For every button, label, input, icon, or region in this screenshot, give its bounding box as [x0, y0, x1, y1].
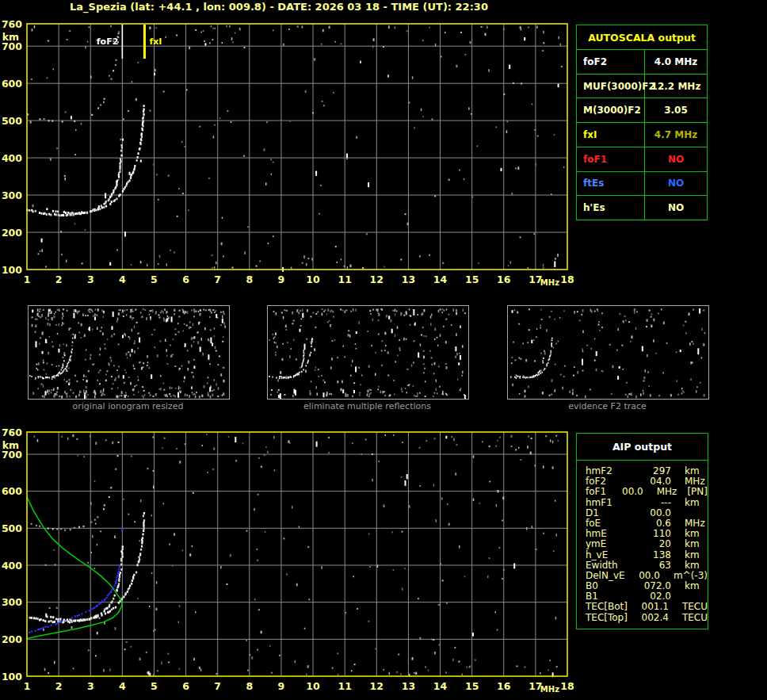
aip-row-hmF1: hmF1---km: [586, 498, 708, 508]
autoscala-row-foF1: foF1NO: [577, 147, 707, 171]
svg-text:760: 760: [2, 18, 22, 30]
svg-text:2: 2: [55, 680, 63, 692]
fxI-marker-label: fxI: [149, 36, 162, 47]
svg-text:7: 7: [214, 273, 221, 285]
aip-row-label: Ewidth: [586, 560, 636, 571]
thumbnail-original-ionogram: [28, 305, 230, 400]
autoscala-row-value: 4.0 MHz: [645, 50, 707, 74]
autoscala-row-fxI: fxI4.7 MHz: [577, 122, 707, 147]
speckle-noise: [32, 308, 227, 399]
svg-text:9: 9: [278, 680, 285, 692]
series-sparse: [31, 442, 120, 531]
aip-row-h_vE: h_vE138km: [586, 550, 708, 560]
aip-row-label: TEC[Top]: [586, 613, 635, 623]
svg-text:5: 5: [151, 680, 158, 692]
aip-table-body: hmF2297kmfoF204.0MHzfoF100.0MHz[PN]hmF1-…: [577, 461, 708, 623]
svg-text:14: 14: [433, 273, 448, 285]
aip-row-value: ---: [636, 498, 671, 508]
aip-row-D1: D100.0: [586, 508, 708, 518]
aip-row-unit: km: [685, 539, 700, 549]
mini-dash: [38, 338, 74, 379]
autoscala-row-value: 12.2 MHz: [645, 75, 707, 98]
x-axis-labels: 123456789101112131415161718MHz: [24, 680, 574, 694]
aip-row-value: 00.0: [620, 487, 643, 497]
autoscala-table-body: foF24.0 MHzMUF(3000)F212.2 MHzM(3000)F23…: [577, 49, 707, 220]
aip-row-unit: TECU: [682, 613, 708, 623]
aip-row-value: 138: [636, 550, 671, 560]
svg-text:2: 2: [55, 273, 63, 285]
svg-text:100: 100: [2, 671, 22, 683]
y-axis-unit: km: [2, 31, 19, 43]
svg-text:11: 11: [338, 680, 351, 692]
svg-text:100: 100: [2, 264, 22, 276]
autoscala-row-value: 3.05: [645, 98, 707, 122]
aip-row-label: ymE: [586, 539, 636, 549]
series-dash: [26, 139, 124, 216]
svg-text:9: 9: [278, 273, 285, 285]
svg-text:3: 3: [87, 273, 94, 285]
speckle-noise: [30, 25, 565, 272]
svg-text:1: 1: [24, 680, 31, 692]
svg-text:3: 3: [87, 680, 94, 692]
aip-row-unit: km: [685, 560, 700, 571]
svg-text:13: 13: [402, 273, 415, 285]
autoscala-table-title: AUTOSCALA output: [577, 25, 707, 49]
svg-text:200: 200: [2, 633, 22, 645]
mini-dash: [279, 338, 313, 378]
speckle-noise: [511, 308, 705, 398]
aip-row-ymE: ymE20km: [586, 539, 708, 549]
aip-row-Ewidth: Ewidth63km: [586, 560, 708, 571]
aip-row-label: D1: [586, 508, 636, 518]
svg-text:14: 14: [433, 680, 448, 692]
aip-row-unit: km: [685, 581, 700, 591]
aip-row-label: h_vE: [586, 550, 636, 560]
aip-row-extra: [PN]: [687, 487, 708, 497]
svg-text:8: 8: [246, 680, 253, 692]
autoscala-row-label: h'Es: [577, 196, 645, 220]
aip-row-label: TEC[Bot]: [586, 602, 635, 612]
svg-text:400: 400: [2, 560, 22, 572]
svg-text:6: 6: [182, 680, 189, 692]
aip-row-value: 20: [636, 539, 671, 549]
ionogram-plot-bottom: 760700600500400300200100km12345678910111…: [0, 426, 578, 700]
aip-row-label: foF1: [586, 487, 620, 497]
series-dots: [29, 566, 120, 633]
autoscala-row-label: M(3000)F2: [577, 98, 645, 122]
autoscala-row-label: foF2: [577, 50, 645, 74]
svg-text:5: 5: [151, 273, 158, 285]
autoscala-row-ftEs: ftEsNO: [577, 171, 707, 196]
autoscala-row-value: NO: [645, 196, 707, 220]
autoscala-row-label: MUF(3000)F2: [577, 75, 645, 98]
x-axis-unit: MHz: [540, 685, 559, 694]
aip-row-value: 002.4: [635, 613, 669, 623]
series-points: [121, 528, 124, 530]
aip-row-TEC[Top]: TEC[Top]002.4TECU: [586, 613, 708, 623]
aip-row-foF1: foF100.0MHz[PN]: [586, 487, 708, 497]
speckle-noise: [270, 308, 466, 400]
series-line: [27, 497, 122, 639]
autoscala-row-h'Es: h'EsNO: [577, 195, 707, 220]
aip-output-table: AIP output hmF2297kmfoF204.0MHzfoF100.0M…: [576, 433, 708, 629]
speckle-noise: [34, 434, 559, 677]
x-axis-labels: 123456789101112131415161718MHz: [24, 273, 574, 287]
svg-text:18: 18: [560, 680, 574, 692]
svg-text:4: 4: [119, 273, 126, 285]
svg-text:4: 4: [119, 680, 126, 692]
svg-text:600: 600: [2, 78, 22, 90]
ionogram-plot-top: foF2fxI760700600500400300200100km1234567…: [0, 17, 578, 293]
aip-row-label: hmF1: [586, 498, 636, 508]
mini-sparse: [513, 319, 542, 344]
aip-table-title: AIP output: [577, 434, 708, 461]
grid-lines: [27, 432, 567, 676]
aip-row-B0: B0072.0km: [586, 581, 708, 591]
thumbnail-evidence-f2-trace: [507, 305, 709, 400]
svg-text:6: 6: [182, 273, 189, 285]
svg-text:13: 13: [402, 680, 415, 692]
aip-row-value: 001.1: [635, 602, 669, 612]
aip-row-unit: TECU: [682, 602, 708, 612]
mini-dash: [516, 338, 553, 379]
autoscala-row-label: ftEs: [577, 172, 645, 196]
trace-layer: [27, 442, 145, 639]
mini-dash: [29, 354, 66, 379]
autoscala-output-table: AUTOSCALA output foF24.0 MHzMUF(3000)F21…: [576, 25, 708, 220]
